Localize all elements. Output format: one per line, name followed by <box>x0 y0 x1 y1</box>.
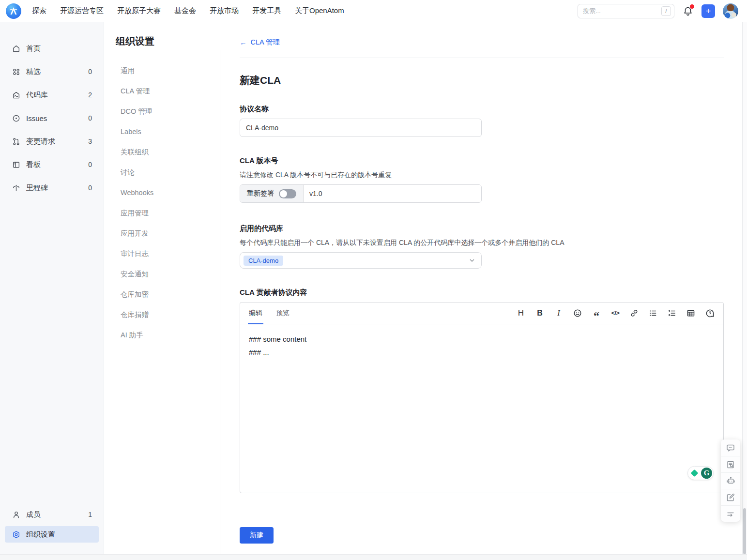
settings-item-cla[interactable]: CLA 管理 <box>116 81 220 101</box>
sidebar-item-count: 2 <box>88 91 92 99</box>
settings-item-app-management[interactable]: 应用管理 <box>116 203 220 223</box>
heading-icon[interactable]: H <box>517 308 525 318</box>
page-title: 新建CLA <box>240 74 747 87</box>
grammarly-widget[interactable]: G <box>687 466 714 480</box>
sidebar-item-label: 成员 <box>26 510 41 519</box>
sidebar-item-count: 0 <box>88 184 92 192</box>
enabled-repos-label: 启用的代码库 <box>240 224 747 233</box>
sidebar-item-milestones[interactable]: 里程碑 0 <box>0 176 104 199</box>
nav-link-about-openatom[interactable]: 关于OpenAtom <box>295 6 344 15</box>
sidebar-item-count: 0 <box>88 114 92 122</box>
nav-link-open-market[interactable]: 开放市场 <box>210 6 239 15</box>
settings-title: 组织设置 <box>116 35 220 48</box>
settings-item-audit-log[interactable]: 审计日志 <box>116 243 220 264</box>
settings-nav-list: 通用 CLA 管理 DCO 管理 Labels 关联组织 讨论 Webhooks… <box>116 61 220 345</box>
edit-icon[interactable] <box>721 489 740 505</box>
table-icon[interactable] <box>686 308 695 318</box>
cla-version-label: CLA 版本号 <box>240 156 747 166</box>
grammarly-logo-icon: G <box>701 468 712 479</box>
ordered-list-icon[interactable] <box>668 308 676 318</box>
nav-link-dev-tools[interactable]: 开发工具 <box>252 6 281 15</box>
sidebar-item-label: 变更请求 <box>26 137 55 146</box>
sidebar-bottom-group: 成员 1 组织设置 <box>0 503 104 543</box>
comment-icon[interactable] <box>721 439 740 456</box>
settings-item-dco[interactable]: DCO 管理 <box>116 101 220 121</box>
back-arrow-icon: ← <box>240 39 247 46</box>
atomgit-logo-icon[interactable] <box>6 3 21 19</box>
nav-link-foundation[interactable]: 基金会 <box>174 6 196 15</box>
settings-item-labels[interactable]: Labels <box>116 121 220 142</box>
sidebar-item-home[interactable]: 首页 <box>0 37 104 60</box>
unordered-list-icon[interactable] <box>649 308 657 318</box>
sidebar-item-label: 首页 <box>26 44 41 53</box>
page-scrollbar[interactable] <box>742 22 747 560</box>
notification-dot <box>690 4 694 9</box>
settings-item-linked-orgs[interactable]: 关联组织 <box>116 142 220 162</box>
settings-item-repo-encryption[interactable]: 仓库加密 <box>116 284 220 304</box>
sidebar-item-members[interactable]: 成员 1 <box>0 503 104 526</box>
notifications-button[interactable] <box>682 5 694 17</box>
nav-link-opensource-zone[interactable]: 开源运营专区 <box>60 6 104 15</box>
bold-icon[interactable]: B <box>535 308 544 318</box>
sidebar-item-count: 1 <box>88 511 92 518</box>
help-icon[interactable] <box>705 308 715 318</box>
collapse-icon[interactable] <box>721 505 740 522</box>
cla-version-hint: 请注意修改 CLA 版本号不可与已存在的版本号重复 <box>240 171 747 180</box>
settings-item-app-development[interactable]: 应用开发 <box>116 223 220 243</box>
selected-repo-tag[interactable]: CLA-demo <box>244 256 283 266</box>
sidebar-item-repositories[interactable]: 代码库 2 <box>0 83 104 106</box>
search-input[interactable] <box>583 7 661 15</box>
back-link-label: CLA 管理 <box>251 38 280 47</box>
doc-search-icon[interactable] <box>721 456 740 472</box>
settings-item-webhooks[interactable]: Webhooks <box>116 182 220 203</box>
markdown-textarea[interactable]: ### some content ### ... <box>240 324 723 368</box>
sidebar-item-count: 3 <box>88 137 92 145</box>
settings-item-repo-donation[interactable]: 仓库捐赠 <box>116 304 220 325</box>
robot-icon[interactable] <box>721 472 740 489</box>
repo-multiselect[interactable]: CLA-demo <box>240 252 482 269</box>
tab-edit[interactable]: 编辑 <box>249 303 262 324</box>
chevron-down-icon <box>469 257 475 264</box>
nav-link-openatom-contest[interactable]: 开放原子大赛 <box>117 6 161 15</box>
code-icon[interactable]: </> <box>611 308 620 318</box>
settings-nav-column: 组织设置 通用 CLA 管理 DCO 管理 Labels 关联组织 讨论 Web… <box>104 22 220 554</box>
header-divider <box>240 58 724 58</box>
create-new-button[interactable]: + <box>701 4 715 18</box>
sidebar-item-issues[interactable]: Issues 0 <box>0 106 104 130</box>
sidebar-item-featured[interactable]: 精选 0 <box>0 60 104 83</box>
nav-link-explore[interactable]: 探索 <box>32 6 46 15</box>
link-icon[interactable] <box>630 308 639 318</box>
tab-preview[interactable]: 预览 <box>276 303 290 324</box>
italic-icon[interactable]: I <box>554 308 563 318</box>
settings-item-general[interactable]: 通用 <box>116 61 220 81</box>
settings-item-security-notice[interactable]: 安全通知 <box>116 264 220 284</box>
org-settings-icon <box>12 530 20 539</box>
toggle-knob <box>280 190 287 197</box>
cla-version-input[interactable] <box>304 185 481 202</box>
sidebar-item-label: 精选 <box>26 67 41 76</box>
settings-item-discussions[interactable]: 讨论 <box>116 162 220 182</box>
create-cla-submit-button[interactable]: 新建 <box>240 527 274 544</box>
editor-header: 编辑 预览 H B I “ </> <box>240 303 723 324</box>
search-box[interactable]: / <box>578 4 674 18</box>
search-shortcut-badge: / <box>661 6 671 16</box>
scrollbar-thumb[interactable] <box>743 508 746 554</box>
milestone-icon <box>12 183 20 192</box>
user-avatar[interactable] <box>723 3 738 19</box>
emoji-icon[interactable] <box>573 308 582 318</box>
issues-icon <box>12 114 20 122</box>
primary-nav: 探索 开源运营专区 开放原子大赛 基金会 开放市场 开发工具 关于OpenAto… <box>32 6 344 15</box>
sidebar-item-label: 代码库 <box>26 91 48 100</box>
repo-icon <box>12 91 20 99</box>
back-to-cla-link[interactable]: ← CLA 管理 <box>240 38 280 47</box>
settings-item-ai-assistant[interactable]: AI 助手 <box>116 325 220 345</box>
sidebar-item-org-settings[interactable]: 组织设置 <box>5 526 99 543</box>
quote-icon[interactable]: “ <box>592 308 601 318</box>
top-navbar: 探索 开源运营专区 开放原子大赛 基金会 开放市场 开发工具 关于OpenAto… <box>0 0 747 22</box>
browser-extension-panel <box>721 439 740 522</box>
sidebar-item-pull-requests[interactable]: 变更请求 3 <box>0 130 104 153</box>
sidebar-item-label: 看板 <box>26 160 41 169</box>
resign-toggle[interactable] <box>279 189 296 198</box>
sidebar-item-boards[interactable]: 看板 0 <box>0 153 104 176</box>
protocol-name-input[interactable] <box>240 119 482 137</box>
